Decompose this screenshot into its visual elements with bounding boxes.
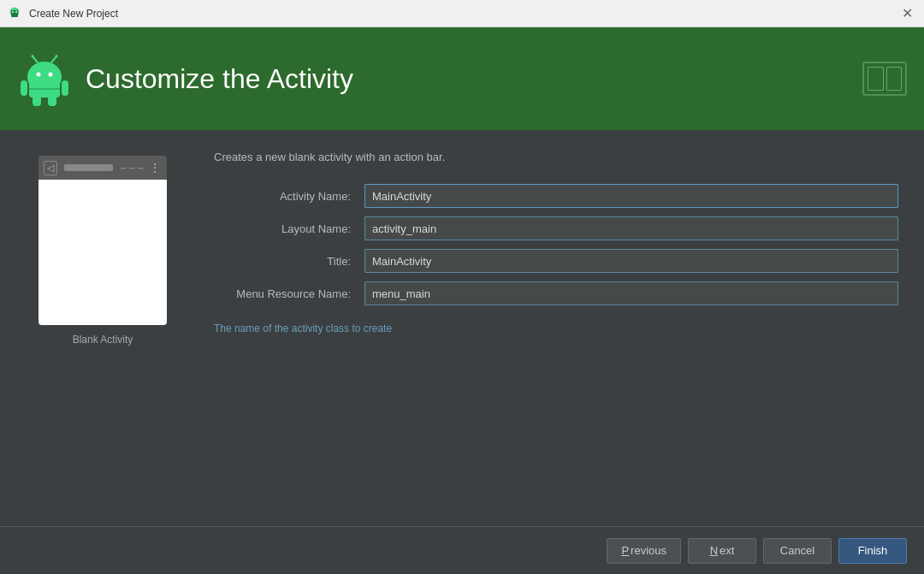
next-underline-char: N [710, 544, 718, 557]
svg-point-10 [56, 55, 58, 57]
svg-point-3 [15, 11, 17, 13]
main-content: ◁ ∼∼∼ ⋮ Blank Activity Creates a new bla… [0, 130, 924, 574]
hint-text: The name of the activity class to create [214, 323, 898, 334]
nav-icon: ◁ [44, 161, 57, 175]
phone-body [38, 180, 167, 325]
title-bar: Create New Project ✕ [0, 0, 924, 27]
svg-rect-13 [62, 80, 68, 96]
toolbar-title-block [64, 164, 113, 171]
close-button[interactable]: ✕ [897, 3, 917, 24]
svg-line-7 [33, 56, 38, 62]
title-row: Title: [214, 249, 898, 273]
menu-resource-label: Menu Resource Name: [214, 287, 351, 300]
svg-line-8 [51, 56, 56, 62]
svg-point-5 [37, 73, 41, 77]
app-icon [7, 6, 22, 21]
layout-name-row: Layout Name: [214, 216, 898, 240]
svg-point-2 [12, 11, 14, 13]
window-title: Create New Project [29, 8, 890, 20]
title-input[interactable] [364, 249, 898, 273]
activity-name-row: Activity Name: [214, 184, 898, 208]
previous-underline-char: P [621, 544, 629, 557]
squiggle-icon: ∼∼∼ [120, 163, 145, 173]
activity-name-label: Activity Name: [214, 190, 351, 203]
phone-toolbar: ◁ ∼∼∼ ⋮ [38, 156, 167, 180]
title-label: Title: [214, 255, 351, 268]
form-panel: Creates a new blank activity with an act… [214, 147, 898, 509]
layout-name-input[interactable] [364, 216, 898, 240]
svg-point-6 [49, 73, 53, 77]
svg-rect-12 [21, 80, 27, 96]
svg-rect-15 [48, 96, 56, 106]
next-button[interactable]: Next [688, 538, 756, 564]
svg-rect-14 [33, 96, 41, 106]
more-options-icon: ⋮ [149, 161, 162, 175]
cancel-button[interactable]: Cancel [763, 538, 832, 564]
preview-panel: ◁ ∼∼∼ ⋮ Blank Activity [26, 156, 180, 509]
content-area: ◁ ∼∼∼ ⋮ Blank Activity Creates a new bla… [0, 130, 924, 526]
android-logo-icon [17, 51, 72, 106]
footer: Previous Next Cancel Finish [0, 526, 924, 574]
phone-preview: ◁ ∼∼∼ ⋮ [38, 156, 167, 325]
svg-rect-1 [11, 10, 18, 17]
next-label-rest: ext [720, 544, 734, 557]
header-banner: Customize the Activity [0, 27, 924, 130]
panel-layout-icon [862, 62, 907, 96]
preview-label: Blank Activity [73, 334, 133, 346]
layout-name-label: Layout Name: [214, 222, 351, 235]
finish-button[interactable]: Finish [838, 538, 907, 564]
svg-point-9 [32, 55, 34, 57]
previous-button[interactable]: Previous [607, 538, 681, 564]
activity-name-input[interactable] [364, 184, 898, 208]
page-title: Customize the Activity [86, 63, 353, 95]
menu-resource-input[interactable] [364, 281, 898, 305]
menu-resource-row: Menu Resource Name: [214, 281, 898, 305]
description-text: Creates a new blank activity with an act… [214, 151, 898, 163]
form-fields: Activity Name: Layout Name: Title: Menu … [214, 184, 898, 305]
previous-label-rest: revious [631, 544, 666, 557]
